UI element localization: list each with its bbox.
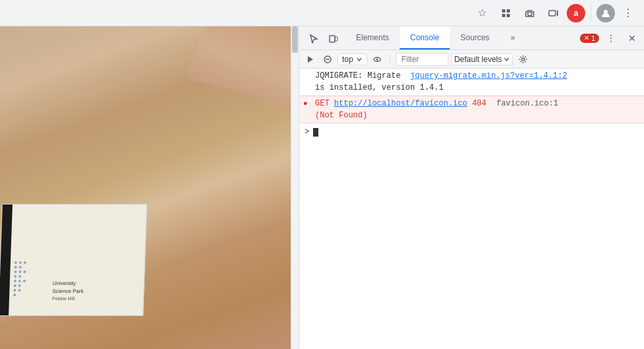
eye-icon[interactable] [370, 52, 384, 67]
error-icon: ● [303, 98, 308, 110]
console-toolbar: top Default levels [299, 50, 644, 69]
console-prompt-area[interactable]: > [299, 123, 644, 141]
run-icon[interactable] [303, 52, 318, 67]
prompt-arrow: > [304, 126, 309, 138]
svg-point-16 [18, 275, 21, 278]
extension-icon[interactable] [495, 3, 517, 24]
svg-point-7 [15, 261, 17, 264]
screenshot-icon[interactable] [519, 3, 540, 24]
avast-icon[interactable]: a [567, 4, 585, 22]
clear-console-icon[interactable] [320, 52, 335, 67]
svg-point-14 [23, 270, 26, 273]
svg-point-15 [14, 275, 17, 278]
favicon-link[interactable]: http://localhost/favicon.ico [334, 99, 468, 108]
error-badge[interactable]: ✕ 1 [580, 34, 599, 43]
svg-point-22 [13, 289, 16, 292]
jqmigrate-text: JQMIGRATE: Migrate [315, 71, 410, 80]
svg-point-18 [18, 280, 21, 282]
svg-rect-3 [507, 14, 510, 17]
webpage-image: University Science Park Pebble Mill [0, 26, 291, 349]
svg-point-9 [24, 261, 26, 264]
devtools-left-icons [302, 26, 345, 49]
svg-point-23 [18, 289, 20, 292]
console-error-text: GET http://localhost/favicon.ico 404 fav… [315, 98, 639, 121]
error-location[interactable]: favicon.ico:1 [496, 99, 558, 108]
levels-chevron-icon [503, 56, 510, 63]
toolbar-divider [390, 53, 390, 65]
devtools-more-icon[interactable]: ⋮ [602, 29, 620, 48]
chrome-topbar: ☆ a ⋮ [0, 0, 644, 26]
scrollbar-thumb[interactable] [292, 26, 298, 53]
svg-point-12 [14, 270, 17, 273]
main-content: University Science Park Pebble Mill [0, 26, 644, 349]
devtools-panel: Elements Console Sources » ✕ 1 ⋮ ✕ [299, 26, 644, 349]
svg-rect-25 [330, 36, 335, 42]
console-row: JQMIGRATE: Migrate jquery-migrate.min.js… [299, 69, 644, 96]
error-x-icon: ✕ [584, 34, 589, 42]
jqmigrate-link[interactable]: jquery-migrate.min.js?ver=1.4.1:2 [410, 71, 567, 80]
book-dots [11, 259, 52, 305]
device-toolbar-icon[interactable] [324, 29, 343, 48]
profile-icon[interactable] [596, 4, 615, 22]
inspect-element-icon[interactable] [304, 29, 323, 48]
svg-point-17 [14, 280, 17, 282]
svg-rect-1 [507, 9, 510, 13]
chevron-down-icon [356, 56, 363, 63]
get-label: GET [315, 99, 334, 108]
svg-point-13 [18, 270, 21, 273]
status-code: 404 [467, 99, 486, 108]
svg-rect-5 [549, 11, 555, 16]
webpage-area: University Science Park Pebble Mill [0, 26, 291, 349]
tab-more[interactable]: » [500, 26, 526, 49]
page-scrollbar[interactable] [291, 26, 299, 349]
svg-point-20 [14, 284, 17, 287]
jqmigrate-text2: is installed, version 1.4.1 [315, 83, 443, 92]
cast-icon[interactable] [543, 3, 564, 24]
devtools-tab-bar: Elements Console Sources » ✕ 1 ⋮ ✕ [299, 26, 644, 50]
svg-point-11 [19, 266, 22, 269]
devtools-right-controls: ✕ 1 ⋮ ✕ [580, 26, 641, 49]
svg-point-24 [13, 294, 16, 296]
svg-point-21 [18, 284, 21, 287]
console-output: JQMIGRATE: Migrate jquery-migrate.min.js… [299, 69, 644, 349]
cursor-blink [313, 128, 318, 137]
svg-point-8 [19, 261, 22, 264]
book-body: University Science Park Pebble Mill [0, 204, 147, 316]
bookmark-icon[interactable]: ☆ [472, 3, 493, 24]
svg-point-10 [15, 266, 17, 269]
console-error-row: ● GET http://localhost/favicon.ico 404 f… [299, 96, 644, 123]
tab-elements[interactable]: Elements [345, 26, 400, 49]
levels-selector[interactable]: Default levels [451, 53, 513, 65]
settings-icon[interactable] [516, 52, 530, 67]
svg-marker-27 [308, 56, 313, 63]
context-selector[interactable]: top [338, 53, 367, 65]
svg-point-32 [522, 58, 524, 61]
svg-point-31 [376, 58, 378, 60]
tab-sources[interactable]: Sources [450, 26, 500, 49]
svg-point-19 [23, 280, 26, 282]
separator [590, 5, 591, 21]
svg-rect-2 [502, 14, 505, 17]
more-menu-icon[interactable]: ⋮ [618, 3, 639, 24]
not-found-text: (Not Found) [315, 111, 367, 120]
tab-console[interactable]: Console [400, 26, 450, 49]
devtools-close-icon[interactable]: ✕ [623, 29, 641, 48]
book-text: University Science Park Pebble Mill [52, 280, 84, 303]
console-message-text: JQMIGRATE: Migrate jquery-migrate.min.js… [315, 70, 639, 94]
svg-rect-0 [502, 9, 505, 13]
prompt-input-area[interactable] [313, 128, 318, 137]
svg-point-4 [528, 12, 532, 16]
filter-input[interactable] [396, 53, 448, 66]
